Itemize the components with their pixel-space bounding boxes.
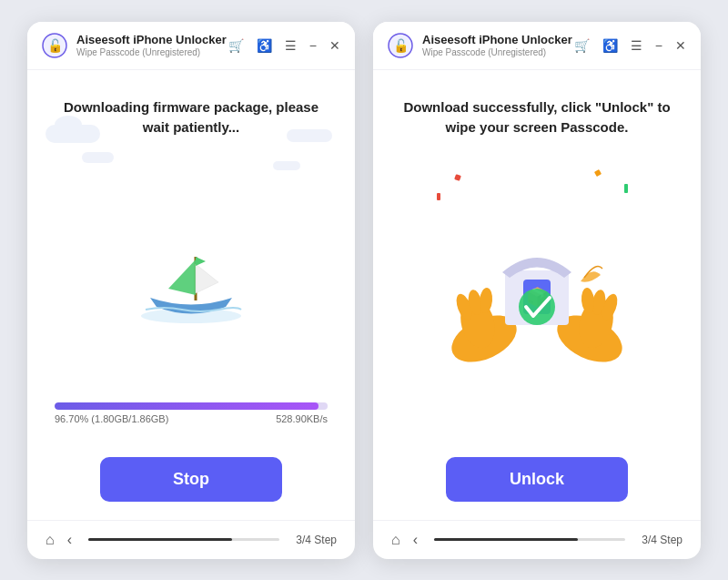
svg-text:🔓: 🔓 [393, 38, 410, 54]
right-title-text: Aiseesoft iPhone Unlocker Wipe Passcode … [422, 33, 574, 57]
cloud-decoration-3 [287, 129, 332, 142]
menu-icon[interactable]: ☰ [285, 38, 297, 53]
right-accessibility-icon[interactable]: ♿ [602, 38, 618, 53]
svg-text:🔓: 🔓 [47, 38, 64, 54]
right-cart-icon[interactable]: 🛒 [574, 38, 590, 53]
success-svg: 📦 [446, 216, 628, 371]
right-app-title: Aiseesoft iPhone Unlocker [422, 33, 574, 47]
right-content: Download successfully, click "Unlock" to… [373, 70, 701, 520]
progress-container: 96.70% (1.80GB/1.86GB) 528.90KB/s [55, 402, 328, 424]
right-titlebar: 🔓 Aiseesoft iPhone Unlocker Wipe Passcod… [373, 22, 701, 70]
home-icon-right[interactable]: ⌂ [391, 532, 400, 548]
progress-bar-track [55, 402, 328, 410]
right-main-title: Download successfully, click "Unlock" to… [400, 97, 673, 138]
left-app-subtitle: Wipe Passcode (Unregistered) [76, 47, 228, 57]
success-illustration: 📦 [400, 166, 673, 421]
left-app-title: Aiseesoft iPhone Unlocker [76, 33, 228, 47]
home-icon-left[interactable]: ⌂ [46, 532, 55, 548]
right-window-controls: 🛒 ♿ ☰ − ✕ [574, 38, 686, 53]
unlock-button[interactable]: Unlock [446, 457, 628, 502]
accessibility-icon[interactable]: ♿ [257, 38, 272, 53]
right-bottombar: ⌂ ‹ 3/4 Step [373, 520, 701, 559]
boat-illustration [55, 166, 328, 393]
back-icon-right[interactable]: ‹ [413, 532, 418, 548]
confetti-4 [437, 193, 440, 200]
right-window: 🔓 Aiseesoft iPhone Unlocker Wipe Passcod… [373, 22, 701, 559]
right-step-bar [434, 538, 625, 541]
progress-bar-fill [55, 402, 318, 410]
progress-labels: 96.70% (1.80GB/1.86GB) 528.90KB/s [55, 413, 328, 424]
stop-button[interactable]: Stop [100, 457, 282, 502]
close-icon[interactable]: ✕ [329, 38, 340, 53]
right-close-icon[interactable]: ✕ [675, 38, 686, 53]
left-step-label: 3/4 Step [296, 534, 337, 546]
right-menu-icon[interactable]: ☰ [631, 38, 642, 53]
confetti-1 [454, 174, 461, 181]
confetti-2 [624, 184, 628, 193]
app-logo-right: 🔓 [388, 33, 413, 58]
left-titlebar: 🔓 Aiseesoft iPhone Unlocker Wipe Passcod… [27, 22, 355, 70]
boat-svg [136, 229, 246, 330]
cart-icon[interactable]: 🛒 [228, 38, 244, 53]
svg-marker-4 [196, 257, 206, 266]
right-step-fill [434, 538, 578, 541]
cloud-decoration-2 [82, 152, 114, 163]
confetti-3 [594, 168, 602, 176]
left-bottombar: ⌂ ‹ 3/4 Step [27, 520, 355, 559]
back-icon-left[interactable]: ‹ [67, 532, 72, 548]
right-minimize-icon[interactable]: − [655, 38, 662, 53]
left-step-fill [88, 538, 232, 541]
left-content: Downloading firmware package, please wai… [27, 70, 355, 520]
left-window-controls: 🛒 ♿ ☰ − ✕ [228, 38, 340, 53]
minimize-icon[interactable]: − [309, 38, 317, 53]
cloud-decoration-1 [46, 125, 100, 143]
left-step-bar [88, 538, 279, 541]
left-window: 🔓 Aiseesoft iPhone Unlocker Wipe Passcod… [27, 22, 355, 559]
app-logo-left: 🔓 [42, 33, 67, 58]
right-step-label: 3/4 Step [642, 534, 682, 546]
progress-percent-label: 96.70% (1.80GB/1.86GB) [55, 413, 168, 424]
left-title-text: Aiseesoft iPhone Unlocker Wipe Passcode … [76, 33, 228, 57]
progress-speed-label: 528.90KB/s [276, 413, 328, 424]
right-app-subtitle: Wipe Passcode (Unregistered) [422, 47, 574, 57]
